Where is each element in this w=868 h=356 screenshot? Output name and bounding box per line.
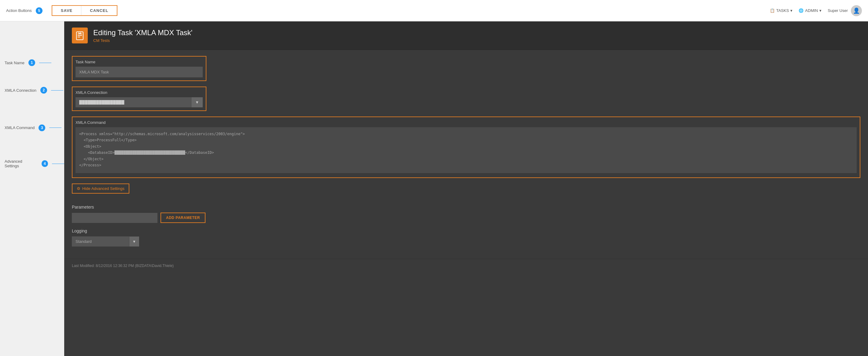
xmla-command-textarea[interactable]: <Process xmlns="http://schemas.microsoft…	[75, 127, 857, 173]
xmla-connection-select-wrapper: ████████████████ ▼	[75, 97, 203, 107]
globe-icon: 🌐	[799, 8, 804, 13]
add-parameter-button[interactable]: ADD PARAMETER	[160, 213, 206, 223]
top-bar-right: 📋 TASKS ▾ 🌐 ADMIN ▾ Super User 👤	[770, 5, 862, 16]
cancel-button[interactable]: CANCEL	[81, 6, 117, 15]
panel-title-group: Editing Task 'XMLA MDX Task' CM Tests	[93, 28, 192, 43]
action-buttons-label: Action Buttons	[6, 8, 32, 13]
task-name-badge: 1	[28, 59, 35, 66]
xmla-command-arrow-line	[49, 127, 61, 128]
action-buttons-group: SAVE CANCEL	[52, 5, 118, 16]
admin-chevron-icon: ▾	[819, 8, 822, 13]
annotation-column: Task Name 1 XMLA Connection 2 XMLA Comma…	[0, 22, 64, 356]
task-name-field-label: Task Name	[75, 60, 203, 64]
xmla-command-badge: 3	[38, 124, 45, 131]
panel-header: Editing Task 'XMLA MDX Task' CM Tests	[64, 22, 868, 50]
xmla-connection-field-label: XMLA Connection	[75, 90, 203, 95]
admin-nav[interactable]: 🌐 ADMIN ▾	[799, 8, 822, 13]
logging-label: Logging	[72, 229, 860, 233]
xmla-connection-dropdown-arrow[interactable]: ▼	[191, 97, 203, 107]
user-name: Super User	[828, 8, 848, 13]
advanced-settings-label: Advanced Settings	[5, 159, 38, 168]
logging-section: Logging Standard None Verbose ▼	[72, 229, 860, 246]
advanced-settings-annotation-row: Advanced Settings 4	[5, 154, 64, 173]
parameter-input[interactable]	[72, 213, 157, 223]
top-bar: Action Buttons 5 SAVE CANCEL 📋 TASKS ▾ 🌐…	[0, 0, 868, 22]
advanced-settings-badge: 4	[41, 160, 48, 167]
task-name-annotation-row: Task Name 1	[5, 46, 64, 80]
user-area: Super User 👤	[828, 5, 862, 16]
tasks-label: TASKS	[776, 8, 789, 13]
logging-dropdown-arrow[interactable]: ▼	[129, 237, 139, 246]
xmla-command-annotation: XMLA Command 3	[5, 124, 61, 131]
avatar: 👤	[851, 5, 862, 16]
task-name-arrow-line	[39, 63, 51, 63]
parameters-label: Parameters	[72, 205, 860, 209]
advanced-settings-annotation: Advanced Settings 4	[5, 159, 64, 168]
xmla-connection-arrow-line	[51, 90, 63, 91]
tasks-nav[interactable]: 📋 TASKS ▾	[770, 8, 793, 13]
xmla-command-annotation-row: XMLA Command 3	[5, 101, 64, 154]
xmla-connection-annotation-row: XMLA Connection 2	[5, 80, 64, 101]
hide-advanced-settings-button[interactable]: ⚙ Hide Advanced Settings	[72, 183, 129, 194]
right-panel: Editing Task 'XMLA MDX Task' CM Tests Ta…	[64, 22, 868, 356]
action-buttons-annotation: Action Buttons 5	[6, 7, 42, 14]
logging-select[interactable]: Standard None Verbose	[72, 236, 129, 246]
xmla-connection-badge: 2	[40, 87, 47, 94]
xmla-connection-select[interactable]: ████████████████	[75, 97, 191, 107]
form-area: Task Name XMLA Connection ██████████████…	[64, 50, 868, 259]
last-modified: Last Modified: 8/12/2016 12:36:32 PM (BI…	[64, 259, 868, 272]
parameters-section: Parameters ADD PARAMETER	[72, 205, 860, 223]
xmla-connection-label: XMLA Connection	[5, 88, 36, 93]
xmla-connection-section: XMLA Connection ████████████████ ▼	[72, 87, 206, 111]
xmla-connection-annotation: XMLA Connection 2	[5, 87, 63, 94]
top-bar-left: Action Buttons 5 SAVE CANCEL	[6, 5, 117, 16]
gear-icon: ⚙	[77, 186, 81, 191]
parameters-row: ADD PARAMETER	[72, 213, 860, 223]
page-wrapper: Action Buttons 5 SAVE CANCEL 📋 TASKS ▾ 🌐…	[0, 0, 868, 356]
action-buttons-badge: 5	[36, 7, 42, 14]
hide-advanced-settings-label: Hide Advanced Settings	[82, 186, 124, 191]
task-name-input[interactable]	[75, 67, 203, 78]
task-name-label: Task Name	[5, 61, 25, 65]
save-button[interactable]: SAVE	[52, 6, 81, 15]
advanced-settings-section: ⚙ Hide Advanced Settings	[72, 183, 860, 199]
advanced-settings-arrow-line	[52, 164, 64, 164]
tasks-icon: 📋	[770, 8, 775, 13]
admin-label: ADMIN	[805, 8, 818, 13]
content-wrapper: Task Name 1 XMLA Connection 2 XMLA Comma…	[0, 22, 868, 356]
logging-select-wrapper: Standard None Verbose ▼	[72, 236, 139, 246]
panel-title: Editing Task 'XMLA MDX Task'	[93, 28, 192, 37]
task-name-annotation: Task Name 1	[5, 59, 51, 66]
xmla-command-label: XMLA Command	[5, 125, 35, 130]
panel-subtitle: CM Tests	[93, 38, 192, 43]
task-icon	[72, 28, 88, 43]
task-name-section: Task Name	[72, 56, 206, 81]
tasks-chevron-icon: ▾	[790, 8, 793, 13]
xmla-command-section: XMLA Command <Process xmlns="http://sche…	[72, 117, 860, 178]
xmla-command-field-label: XMLA Command	[75, 120, 857, 125]
